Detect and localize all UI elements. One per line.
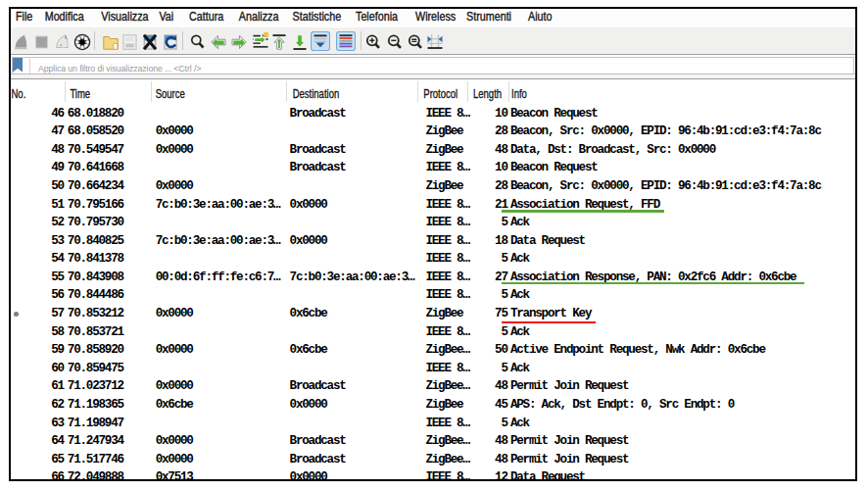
svg-text:010: 010 [125, 42, 133, 47]
